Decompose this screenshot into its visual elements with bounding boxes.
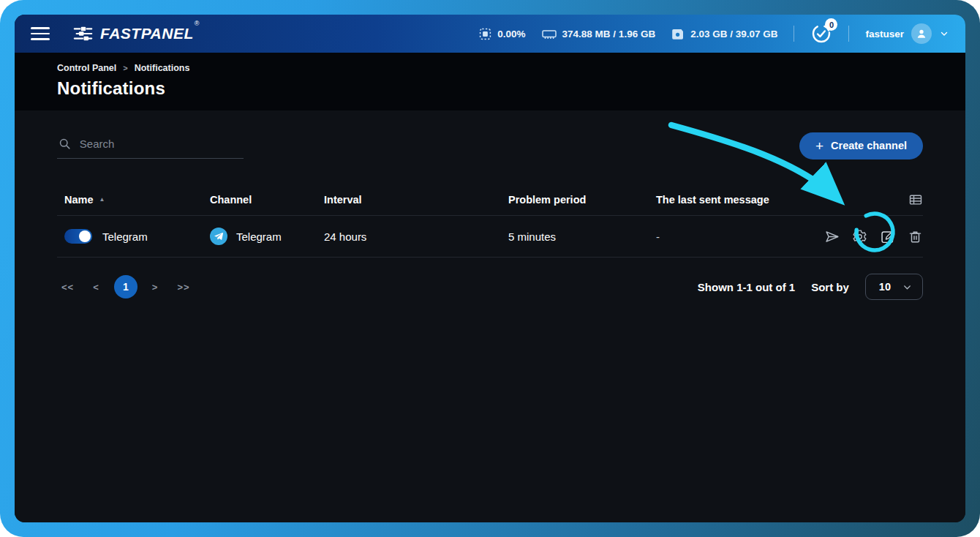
shown-count: Shown 1-1 out of 1 [698, 281, 795, 293]
page-current[interactable]: 1 [114, 275, 137, 298]
breadcrumb-control-panel[interactable]: Control Panel [57, 63, 116, 73]
chevron-down-icon [939, 29, 949, 39]
tasks-badge: 0 [825, 18, 837, 31]
column-header-channel[interactable]: Channel [210, 194, 324, 206]
enabled-toggle[interactable] [64, 229, 92, 244]
disk-icon [671, 28, 685, 40]
column-header-interval[interactable]: Interval [324, 194, 508, 206]
telegram-icon [210, 228, 227, 245]
pager: << < 1 > >> [57, 275, 195, 298]
disk-value: 2.03 GB / 39.07 GB [690, 29, 777, 40]
table-columns-icon[interactable] [908, 192, 923, 207]
page-next-button[interactable]: > [148, 279, 163, 296]
fastpanel-logo[interactable]: FASTPANEL® [73, 25, 199, 42]
breadcrumb-separator: > [123, 64, 127, 72]
plus-icon: + [815, 139, 823, 153]
cpu-icon [479, 28, 491, 40]
search-box [57, 132, 244, 159]
topbar-divider [848, 26, 849, 42]
ram-icon [542, 28, 557, 40]
cpu-stat: 0.00% [479, 28, 525, 40]
chevron-down-icon [902, 282, 912, 292]
create-channel-label: Create channel [831, 140, 907, 151]
sort-by-label: Sort by [811, 281, 849, 293]
disk-stat: 2.03 GB / 39.07 GB [671, 28, 777, 40]
channel-cell: Telegram [210, 228, 324, 245]
table-row: Telegram Telegram 24 hours 5 minutes - [57, 216, 923, 258]
column-settings-cell [813, 192, 923, 207]
username: fastuser [865, 29, 904, 40]
page-size-value: 10 [879, 281, 891, 293]
problem-period-cell: 5 minutes [508, 230, 656, 243]
toggle-knob [79, 230, 91, 242]
sort-asc-icon: ▲ [99, 196, 105, 203]
page-last-button[interactable]: >> [173, 279, 194, 296]
toolbar: + Create channel [57, 131, 923, 160]
ram-stat: 374.88 MB / 1.96 GB [542, 28, 656, 40]
settings-icon[interactable] [852, 229, 867, 244]
send-test-icon[interactable] [824, 229, 840, 244]
breadcrumb-notifications[interactable]: Notifications [135, 63, 190, 73]
page-first-button[interactable]: << [57, 279, 78, 296]
cpu-value: 0.00% [497, 29, 525, 40]
hamburger-menu-icon[interactable] [31, 27, 50, 40]
logo-text: FASTPANEL® [100, 25, 199, 42]
search-icon [59, 137, 71, 151]
page-size-select[interactable]: 10 [865, 274, 923, 300]
pager-right: Shown 1-1 out of 1 Sort by 10 [698, 274, 923, 300]
create-channel-button[interactable]: + Create channel [799, 132, 923, 159]
last-sent-cell: - [656, 230, 813, 243]
person-icon [915, 27, 928, 40]
registered-mark: ® [195, 20, 200, 27]
column-header-problem-period[interactable]: Problem period [508, 194, 656, 206]
main-content: + Create channel Name ▲ Channel Interval… [15, 110, 965, 522]
edit-icon[interactable] [880, 229, 895, 244]
name-cell: Telegram [57, 229, 210, 244]
column-header-last-sent[interactable]: The last sent message [656, 194, 813, 206]
breadcrumb: Control Panel > Notifications [57, 63, 923, 73]
row-actions [813, 229, 923, 244]
page-title: Notifications [57, 78, 923, 99]
equalizer-icon [73, 25, 94, 42]
title-band: Control Panel > Notifications Notificati… [15, 53, 965, 110]
column-header-name[interactable]: Name ▲ [57, 194, 210, 206]
tasks-button[interactable]: 0 [810, 23, 832, 45]
avatar [911, 23, 932, 44]
topbar-right: 0.00% 374.88 MB / 1.96 GB [479, 23, 949, 45]
page-prev-button[interactable]: < [88, 279, 104, 296]
pagination-row: << < 1 > >> Shown 1-1 out of 1 Sort by 1… [57, 274, 923, 300]
delete-icon[interactable] [908, 229, 923, 244]
interval-cell: 24 hours [324, 230, 508, 243]
ram-value: 374.88 MB / 1.96 GB [562, 29, 656, 40]
fastpanel-app: FASTPANEL® 0.00% [15, 15, 965, 522]
user-menu[interactable]: fastuser [865, 23, 949, 44]
topbar-divider [794, 26, 794, 42]
topbar: FASTPANEL® 0.00% [15, 15, 965, 53]
channel-name: Telegram [102, 230, 148, 243]
search-input[interactable] [80, 138, 242, 150]
channel-type: Telegram [236, 230, 282, 243]
channels-table: Name ▲ Channel Interval Problem period T… [57, 184, 923, 258]
window-frame: FASTPANEL® 0.00% [0, 0, 980, 537]
table-header-row: Name ▲ Channel Interval Problem period T… [57, 184, 923, 216]
